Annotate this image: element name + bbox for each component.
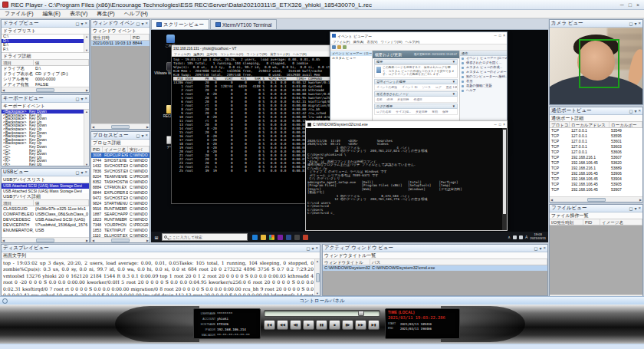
scroll-thumb[interactable] [111, 125, 130, 129]
vertical-scrollbar[interactable]: ▲▼ [84, 35, 89, 52]
column-header[interactable]: 値 [34, 200, 89, 206]
pin-icon[interactable] [2, 298, 8, 304]
column-header[interactable]: 実行パ [128, 147, 150, 152]
horizontal-scrollbar[interactable]: ◀▶ [2, 87, 89, 92]
table-row[interactable]: TCP192.168.106.4553905 [550, 182, 642, 187]
scroll-up-icon[interactable]: ▲ [316, 259, 319, 263]
file-header[interactable]: I/O発生時刻 PID イメージ名 [550, 219, 642, 226]
table-row[interactable]: TCP192.168.216.153889 [550, 166, 642, 171]
table-row[interactable]: TCP192.168.106.4553907 [550, 187, 642, 193]
column-header[interactable]: イメージ名 [103, 147, 128, 152]
active-window-table[interactable]: C:\WINDOWS\system32\cmd.exeC:\WINDOWS\sy… [323, 265, 547, 295]
column-header[interactable]: 項目 [2, 200, 34, 206]
column-header[interactable]: 名前 [376, 97, 383, 101]
maximize-icon[interactable]: □ [629, 2, 632, 8]
scroll-left-icon[interactable]: ◀ [92, 125, 94, 129]
section-header[interactable]: ログの概要 [376, 104, 393, 108]
scroll-right-icon[interactable]: ▶ [146, 125, 149, 129]
start-button[interactable]: ⊞ [151, 235, 162, 240]
column-header[interactable]: サイズ(現... [396, 110, 411, 114]
table-row[interactable]: 9824STARTMENUC:\WINDO [91, 201, 150, 206]
minimize-icon[interactable]: ─ [494, 34, 496, 38]
system-tray[interactable]: ∧ A 19:03 2021/03/11 [508, 233, 548, 240]
scroll-left-icon[interactable]: ◀ [92, 239, 94, 242]
table-row[interactable]: 7836SVCHOST.EXC:\WINDO [91, 169, 150, 174]
chevron-down-icon[interactable]: ▼ [452, 104, 455, 108]
section-header[interactable]: 概要 [376, 60, 383, 64]
column-header[interactable]: 変更日時 [397, 97, 409, 101]
float-icon[interactable]: ◻ [136, 133, 140, 138]
column-header[interactable]: イメージ名 [600, 219, 642, 225]
scroll-thumb[interactable] [111, 239, 130, 242]
close-icon[interactable]: × [84, 96, 87, 101]
table-row[interactable]: TCP192.168.106.4553904 [550, 176, 642, 182]
close-icon[interactable]: × [145, 133, 148, 138]
menu-item[interactable]: 表示(V) [366, 40, 377, 44]
menu-item[interactable]: 編集(E) [38, 10, 65, 18]
usb-device-list[interactable]: USB Attached SCSI (UAS) Mass Storage Dev… [2, 183, 89, 193]
menu-item[interactable]: 設定(S) [207, 52, 217, 56]
table-row[interactable]: 9916RUNTIMEBRC:\WINDO [91, 206, 150, 212]
scroll-down-icon[interactable]: ▼ [316, 291, 319, 295]
menu-item[interactable]: 漢字コード(K) [270, 52, 290, 56]
pin-icon[interactable]: ▾ [141, 133, 143, 138]
table-row[interactable]: 9472SVCHOST.EXC:\WINDO [91, 196, 150, 201]
column-header[interactable]: 説明 [387, 97, 393, 101]
scroll-up-icon[interactable]: ▲ [85, 110, 88, 114]
column-header[interactable]: PID [131, 35, 150, 40]
float-icon[interactable]: ◻ [75, 96, 79, 101]
menu-item[interactable]: 編集(E) [193, 52, 203, 56]
maximize-icon[interactable]: □ [499, 123, 501, 127]
scroll-thumb[interactable] [316, 273, 320, 282]
minimize-icon[interactable]: ─ [494, 123, 496, 127]
vertical-scrollbar[interactable] [502, 128, 507, 230]
pin-icon[interactable]: ▾ [634, 206, 636, 211]
menu-item[interactable]: コントロール(O) [220, 52, 243, 56]
transport-button[interactable]: ■ [329, 320, 340, 330]
table-row[interactable]: TCP127.0.0.153601 [550, 139, 642, 144]
table-row[interactable]: DEVICEDESCUSB Attached SCSI (UAS) [2, 217, 89, 222]
column-header[interactable]: 直近 1 時間 [446, 85, 458, 89]
table-row[interactable]: TCP127.0.0.153549 [550, 128, 642, 133]
cmd-output[interactable]: 2020/11/26 11:49 <DIR> Searches2020/11/2… [306, 128, 502, 229]
port-table[interactable]: TCP127.0.0.153549TCP127.0.0.153595TCP127… [550, 128, 642, 196]
drive-detail-header[interactable]: 項目 値 [2, 60, 89, 66]
transport-button[interactable]: ▮◀ [264, 320, 275, 330]
control-panel-bar[interactable]: コントロールパネル [0, 296, 644, 305]
toolbar-icon[interactable] [343, 45, 347, 49]
column-header[interactable]: 作成日 [413, 97, 422, 101]
close-icon[interactable]: × [503, 34, 505, 38]
table-row[interactable]: 1853TEXTINPUTC:\WINDO [91, 228, 150, 233]
explorer-icon[interactable] [261, 235, 266, 240]
table-row[interactable]: 1110DLLHOST.EXC:\WINDO [91, 233, 150, 237]
pin-icon[interactable]: ▾ [80, 96, 83, 101]
horizontal-scrollbar[interactable]: ◀▶ [91, 123, 150, 129]
menu-item[interactable]: ファイル(F) [0, 10, 38, 18]
remote-screen[interactable]: ごみ箱 VMware Workstation RECPlay デモ 192.16… [151, 30, 548, 242]
table-row[interactable]: 8844EXPLORER.EC:\WINDO [91, 190, 150, 196]
scroll-down-icon[interactable]: ▼ [85, 48, 88, 52]
transport-button[interactable]: ▮▮ [316, 320, 327, 330]
transport-button[interactable]: ▶▮ [368, 320, 380, 330]
terminal-icon[interactable] [294, 235, 300, 240]
table-row[interactable]: 1887SEARCHAPPC:\WINDO [91, 212, 150, 217]
close-icon[interactable]: × [638, 206, 641, 211]
column-header[interactable]: I/O発生時刻 [550, 219, 583, 225]
mail-icon[interactable] [286, 235, 291, 240]
menu-item[interactable]: ヘルプ(H) [120, 10, 153, 18]
window-event-table[interactable]: 2021/03/11 19:03:13 6258844 [91, 41, 150, 123]
active-window-header[interactable]: ウィンドウタイトル パス [323, 259, 547, 265]
pin-icon[interactable]: ▾ [141, 21, 143, 26]
float-icon[interactable]: ◻ [534, 245, 537, 251]
usb-detail-header[interactable]: 項目 値 [2, 200, 89, 206]
table-row[interactable]: TCP127.0.0.153603 [550, 144, 642, 150]
close-icon[interactable]: × [503, 123, 505, 127]
table-row[interactable]: 1823RUNTIMEBRC:\WINDO [91, 217, 150, 222]
horizontal-scrollbar[interactable]: ◀▶ [91, 237, 150, 242]
table-row[interactable]: ドライブ名D:\ [2, 66, 89, 71]
float-icon[interactable]: ◻ [136, 21, 140, 26]
column-header[interactable]: 発生日時 [91, 35, 131, 40]
scroll-right-icon[interactable]: ▶ [86, 88, 88, 92]
table-row[interactable]: 8204TEAMVIEWEC:\PROGR [91, 174, 150, 179]
table-row[interactable]: TCP192.168.106.4553620 [550, 160, 642, 166]
